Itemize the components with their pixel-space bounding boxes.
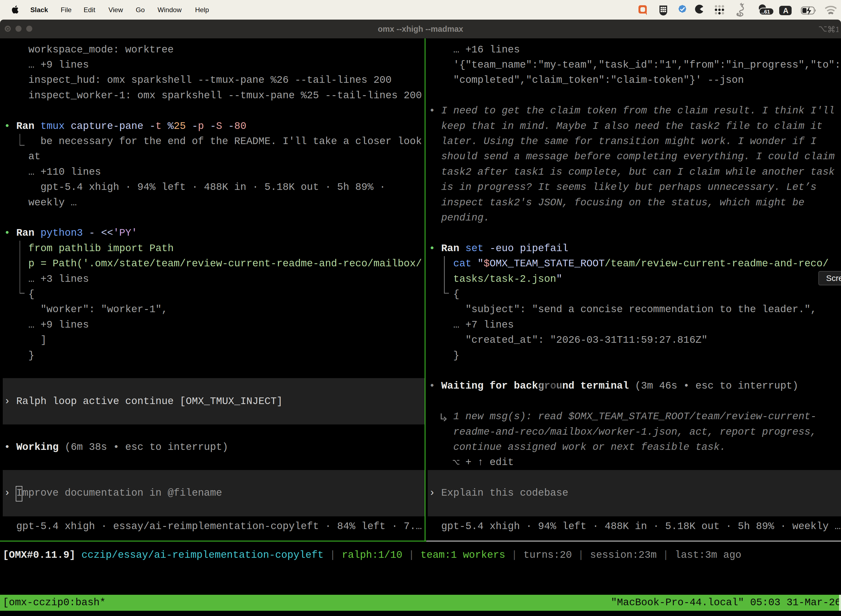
svg-text:..61: ..61 [761,9,770,15]
svg-text:1: 1 [835,25,838,33]
svg-text:A: A [783,7,788,15]
